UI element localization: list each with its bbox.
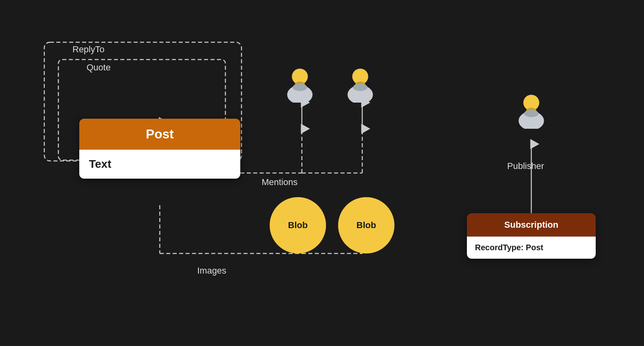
person-icon-2 bbox=[342, 66, 378, 103]
post-box: Post Text bbox=[79, 119, 240, 179]
blob-circle-2: Blob bbox=[338, 197, 394, 253]
blob-label-1: Blob bbox=[288, 220, 308, 231]
blob-circle-1: Blob bbox=[270, 197, 326, 253]
svg-point-20 bbox=[293, 84, 307, 91]
quote-label: Quote bbox=[87, 62, 111, 73]
svg-point-28 bbox=[524, 110, 539, 117]
post-header: Post bbox=[79, 119, 240, 150]
mentions-label: Mentions bbox=[262, 177, 297, 187]
person-icon-1 bbox=[282, 66, 318, 103]
post-body-label: Text bbox=[89, 158, 111, 170]
blob-label-2: Blob bbox=[357, 220, 376, 231]
svg-point-24 bbox=[353, 84, 367, 91]
post-title: Post bbox=[146, 127, 173, 141]
replyto-label: ReplyTo bbox=[72, 44, 104, 55]
subscription-body-label: RecordType: Post bbox=[475, 243, 543, 252]
subscription-header: Subscription bbox=[467, 213, 596, 237]
subscription-body: RecordType: Post bbox=[467, 237, 596, 259]
person-icon-publisher bbox=[513, 93, 549, 129]
images-label: Images bbox=[197, 266, 226, 276]
publisher-label: Publisher bbox=[507, 161, 544, 171]
subscription-title: Subscription bbox=[504, 220, 558, 230]
post-body: Text bbox=[79, 150, 240, 179]
subscription-box: Subscription RecordType: Post bbox=[467, 213, 596, 259]
